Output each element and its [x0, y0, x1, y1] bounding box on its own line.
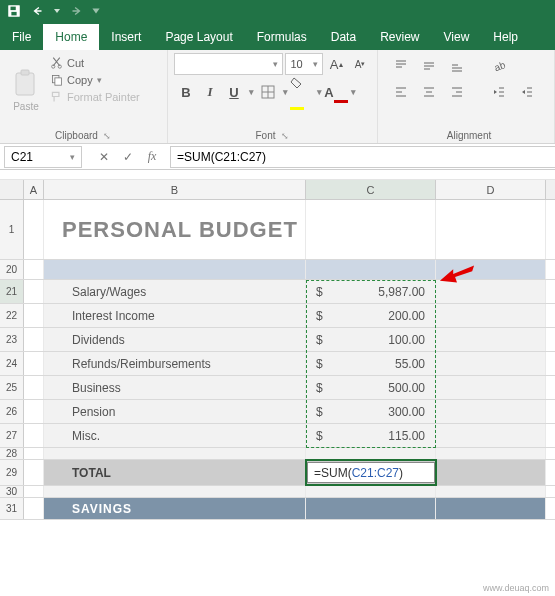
cell-a30[interactable] — [24, 486, 44, 497]
cell-a23[interactable] — [24, 328, 44, 351]
fill-color-button[interactable] — [290, 80, 314, 104]
row-header-30[interactable]: 30 — [0, 486, 24, 497]
cell-b28[interactable] — [44, 448, 306, 459]
col-header-c[interactable]: C — [306, 180, 436, 199]
cell-a1[interactable] — [24, 200, 44, 259]
cell-b29[interactable]: TOTAL — [44, 460, 306, 485]
row-header-23[interactable]: 23 — [0, 328, 24, 351]
cell-a29[interactable] — [24, 460, 44, 485]
row-header-31[interactable]: 31 — [0, 498, 24, 519]
underline-button[interactable]: U — [222, 80, 246, 104]
formula-enter-icon[interactable]: ✓ — [118, 147, 138, 167]
format-painter-button[interactable]: Format Painter — [48, 89, 142, 104]
cell-b1[interactable]: PERSONAL BUDGET — [44, 200, 306, 259]
name-box[interactable]: C21 ▾ — [4, 146, 82, 168]
cell-a21[interactable] — [24, 280, 44, 303]
col-header-a[interactable]: A — [24, 180, 44, 199]
orientation-button[interactable]: ab — [488, 55, 510, 77]
increase-font-icon[interactable]: A▴ — [325, 53, 347, 75]
align-top-icon[interactable] — [390, 55, 412, 77]
bold-button[interactable]: B — [174, 80, 198, 104]
cell-b23[interactable]: Dividends — [44, 328, 306, 351]
copy-button[interactable]: Copy ▾ — [48, 72, 142, 87]
cell-d29[interactable] — [436, 460, 546, 485]
row-header-27[interactable]: 27 — [0, 424, 24, 447]
row-header-28[interactable]: 28 — [0, 448, 24, 459]
cell-d23[interactable] — [436, 328, 546, 351]
cell-c20[interactable] — [306, 260, 436, 279]
cell-a25[interactable] — [24, 376, 44, 399]
row-header-25[interactable]: 25 — [0, 376, 24, 399]
save-icon[interactable] — [4, 1, 24, 21]
cell-d-savings[interactable] — [436, 498, 546, 519]
cell-b22[interactable]: Interest Income — [44, 304, 306, 327]
tab-data[interactable]: Data — [319, 24, 368, 50]
undo-icon[interactable] — [28, 1, 48, 21]
cell-d27[interactable] — [436, 424, 546, 447]
cell-c22[interactable]: $200.00 — [306, 304, 436, 327]
decrease-indent-icon[interactable] — [488, 81, 510, 103]
cell-b27[interactable]: Misc. — [44, 424, 306, 447]
cell-d22[interactable] — [436, 304, 546, 327]
row-header-24[interactable]: 24 — [0, 352, 24, 375]
tab-formulas[interactable]: Formulas — [245, 24, 319, 50]
tab-help[interactable]: Help — [481, 24, 530, 50]
name-box-dropdown-icon[interactable]: ▾ — [70, 152, 75, 162]
redo-icon[interactable] — [66, 1, 86, 21]
align-bottom-icon[interactable] — [446, 55, 468, 77]
clipboard-dialog-launcher-icon[interactable]: ⤡ — [102, 131, 112, 141]
font-dialog-launcher-icon[interactable]: ⤡ — [280, 131, 290, 141]
cell-b30[interactable] — [44, 486, 306, 497]
undo-dropdown-icon[interactable] — [52, 1, 62, 21]
borders-dropdown-icon[interactable]: ▾ — [280, 80, 290, 104]
italic-button[interactable]: I — [198, 80, 222, 104]
tab-file[interactable]: File — [0, 24, 43, 50]
cell-c29-formula[interactable]: =SUM(C21:C27) — [307, 462, 435, 483]
tab-home[interactable]: Home — [43, 24, 99, 50]
cell-b20[interactable] — [44, 260, 306, 279]
borders-button[interactable] — [256, 80, 280, 104]
cell-c1[interactable] — [306, 200, 436, 259]
col-header-b[interactable]: B — [44, 180, 306, 199]
cell-b25[interactable]: Business — [44, 376, 306, 399]
row-header-21[interactable]: 21 — [0, 280, 24, 303]
font-color-button[interactable]: A — [324, 80, 348, 104]
cell-a20[interactable] — [24, 260, 44, 279]
tab-view[interactable]: View — [432, 24, 482, 50]
increase-indent-icon[interactable] — [516, 81, 538, 103]
tab-insert[interactable]: Insert — [99, 24, 153, 50]
cell-d26[interactable] — [436, 400, 546, 423]
align-right-icon[interactable] — [446, 81, 468, 103]
row-header-26[interactable]: 26 — [0, 400, 24, 423]
cell-b26[interactable]: Pension — [44, 400, 306, 423]
cell-d25[interactable] — [436, 376, 546, 399]
cell-a26[interactable] — [24, 400, 44, 423]
font-size-select[interactable]: 10▾ — [285, 53, 323, 75]
cell-c28[interactable] — [306, 448, 436, 459]
tab-page-layout[interactable]: Page Layout — [153, 24, 244, 50]
tab-review[interactable]: Review — [368, 24, 431, 50]
cell-c30[interactable] — [306, 486, 436, 497]
font-color-dropdown-icon[interactable]: ▾ — [348, 80, 358, 104]
formula-input[interactable]: =SUM(C21:C27) — [170, 146, 555, 168]
cell-c23[interactable]: $100.00 — [306, 328, 436, 351]
row-header-22[interactable]: 22 — [0, 304, 24, 327]
cell-c21[interactable]: $5,987.00 — [306, 280, 436, 303]
underline-dropdown-icon[interactable]: ▾ — [246, 80, 256, 104]
cell-a27[interactable] — [24, 424, 44, 447]
cell-d28[interactable] — [436, 448, 546, 459]
customize-qat-dropdown-icon[interactable] — [90, 1, 102, 21]
select-all-triangle[interactable] — [0, 180, 24, 199]
cut-button[interactable]: Cut — [48, 55, 142, 70]
cell-b21[interactable]: Salary/Wages — [44, 280, 306, 303]
cell-d1[interactable] — [436, 200, 546, 259]
cell-c26[interactable]: $300.00 — [306, 400, 436, 423]
cell-b-savings[interactable]: SAVINGS — [44, 498, 306, 519]
fx-icon[interactable]: fx — [142, 147, 162, 167]
cell-d30[interactable] — [436, 486, 546, 497]
cell-d24[interactable] — [436, 352, 546, 375]
align-center-icon[interactable] — [418, 81, 440, 103]
align-left-icon[interactable] — [390, 81, 412, 103]
fill-dropdown-icon[interactable]: ▾ — [314, 80, 324, 104]
cell-b24[interactable]: Refunds/Reimbursements — [44, 352, 306, 375]
